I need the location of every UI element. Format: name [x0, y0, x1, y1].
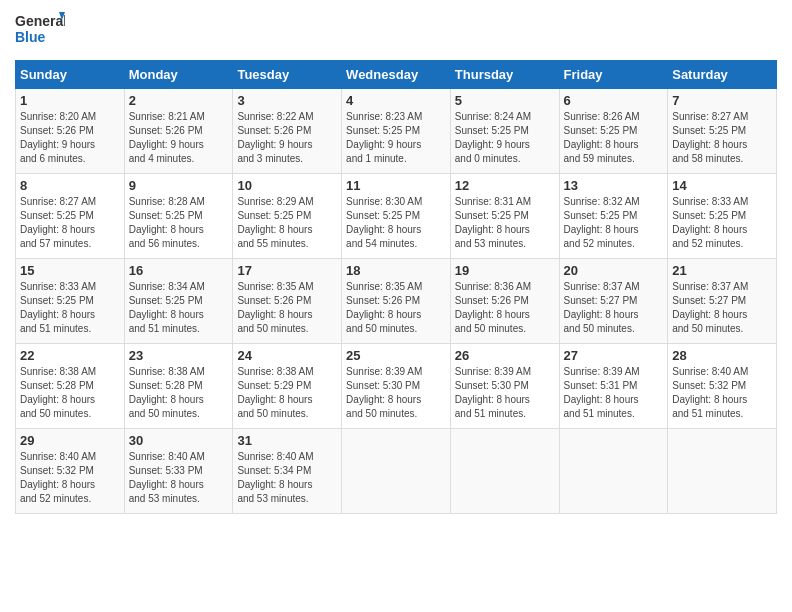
day-info: Sunrise: 8:35 AM Sunset: 5:26 PM Dayligh…: [346, 280, 446, 336]
calendar-cell: 13Sunrise: 8:32 AM Sunset: 5:25 PM Dayli…: [559, 174, 668, 259]
weekday-header-monday: Monday: [124, 61, 233, 89]
day-info: Sunrise: 8:24 AM Sunset: 5:25 PM Dayligh…: [455, 110, 555, 166]
calendar-cell: 23Sunrise: 8:38 AM Sunset: 5:28 PM Dayli…: [124, 344, 233, 429]
day-number: 19: [455, 263, 555, 278]
day-number: 7: [672, 93, 772, 108]
calendar-cell: 20Sunrise: 8:37 AM Sunset: 5:27 PM Dayli…: [559, 259, 668, 344]
day-number: 15: [20, 263, 120, 278]
day-info: Sunrise: 8:39 AM Sunset: 5:30 PM Dayligh…: [455, 365, 555, 421]
calendar-cell: 7Sunrise: 8:27 AM Sunset: 5:25 PM Daylig…: [668, 89, 777, 174]
week-row-4: 22Sunrise: 8:38 AM Sunset: 5:28 PM Dayli…: [16, 344, 777, 429]
day-number: 26: [455, 348, 555, 363]
svg-text:Blue: Blue: [15, 29, 46, 45]
day-number: 2: [129, 93, 229, 108]
day-info: Sunrise: 8:31 AM Sunset: 5:25 PM Dayligh…: [455, 195, 555, 251]
weekday-header-friday: Friday: [559, 61, 668, 89]
day-info: Sunrise: 8:33 AM Sunset: 5:25 PM Dayligh…: [672, 195, 772, 251]
day-number: 25: [346, 348, 446, 363]
day-info: Sunrise: 8:35 AM Sunset: 5:26 PM Dayligh…: [237, 280, 337, 336]
logo-svg: General Blue: [15, 10, 65, 52]
calendar-cell: 6Sunrise: 8:26 AM Sunset: 5:25 PM Daylig…: [559, 89, 668, 174]
day-info: Sunrise: 8:37 AM Sunset: 5:27 PM Dayligh…: [672, 280, 772, 336]
day-info: Sunrise: 8:38 AM Sunset: 5:29 PM Dayligh…: [237, 365, 337, 421]
calendar-cell: 11Sunrise: 8:30 AM Sunset: 5:25 PM Dayli…: [342, 174, 451, 259]
day-info: Sunrise: 8:30 AM Sunset: 5:25 PM Dayligh…: [346, 195, 446, 251]
day-info: Sunrise: 8:39 AM Sunset: 5:31 PM Dayligh…: [564, 365, 664, 421]
day-info: Sunrise: 8:20 AM Sunset: 5:26 PM Dayligh…: [20, 110, 120, 166]
day-info: Sunrise: 8:32 AM Sunset: 5:25 PM Dayligh…: [564, 195, 664, 251]
calendar-cell: 16Sunrise: 8:34 AM Sunset: 5:25 PM Dayli…: [124, 259, 233, 344]
day-info: Sunrise: 8:40 AM Sunset: 5:32 PM Dayligh…: [672, 365, 772, 421]
calendar-cell: 17Sunrise: 8:35 AM Sunset: 5:26 PM Dayli…: [233, 259, 342, 344]
day-number: 11: [346, 178, 446, 193]
day-number: 14: [672, 178, 772, 193]
day-info: Sunrise: 8:23 AM Sunset: 5:25 PM Dayligh…: [346, 110, 446, 166]
day-number: 10: [237, 178, 337, 193]
day-number: 20: [564, 263, 664, 278]
calendar-cell: 14Sunrise: 8:33 AM Sunset: 5:25 PM Dayli…: [668, 174, 777, 259]
day-number: 3: [237, 93, 337, 108]
day-info: Sunrise: 8:27 AM Sunset: 5:25 PM Dayligh…: [20, 195, 120, 251]
day-info: Sunrise: 8:38 AM Sunset: 5:28 PM Dayligh…: [129, 365, 229, 421]
calendar-cell: 8Sunrise: 8:27 AM Sunset: 5:25 PM Daylig…: [16, 174, 125, 259]
day-info: Sunrise: 8:40 AM Sunset: 5:32 PM Dayligh…: [20, 450, 120, 506]
day-info: Sunrise: 8:40 AM Sunset: 5:33 PM Dayligh…: [129, 450, 229, 506]
day-number: 1: [20, 93, 120, 108]
week-row-3: 15Sunrise: 8:33 AM Sunset: 5:25 PM Dayli…: [16, 259, 777, 344]
calendar-cell: 24Sunrise: 8:38 AM Sunset: 5:29 PM Dayli…: [233, 344, 342, 429]
svg-text:General: General: [15, 13, 65, 29]
calendar-cell: 10Sunrise: 8:29 AM Sunset: 5:25 PM Dayli…: [233, 174, 342, 259]
calendar-cell: 2Sunrise: 8:21 AM Sunset: 5:26 PM Daylig…: [124, 89, 233, 174]
weekday-header-wednesday: Wednesday: [342, 61, 451, 89]
day-number: 16: [129, 263, 229, 278]
calendar-cell: 9Sunrise: 8:28 AM Sunset: 5:25 PM Daylig…: [124, 174, 233, 259]
calendar-cell: 3Sunrise: 8:22 AM Sunset: 5:26 PM Daylig…: [233, 89, 342, 174]
calendar-cell: [450, 429, 559, 514]
day-number: 24: [237, 348, 337, 363]
day-number: 27: [564, 348, 664, 363]
day-number: 23: [129, 348, 229, 363]
calendar-cell: 30Sunrise: 8:40 AM Sunset: 5:33 PM Dayli…: [124, 429, 233, 514]
calendar-cell: 5Sunrise: 8:24 AM Sunset: 5:25 PM Daylig…: [450, 89, 559, 174]
day-info: Sunrise: 8:22 AM Sunset: 5:26 PM Dayligh…: [237, 110, 337, 166]
weekday-header-row: SundayMondayTuesdayWednesdayThursdayFrid…: [16, 61, 777, 89]
calendar-cell: 21Sunrise: 8:37 AM Sunset: 5:27 PM Dayli…: [668, 259, 777, 344]
calendar-cell: 4Sunrise: 8:23 AM Sunset: 5:25 PM Daylig…: [342, 89, 451, 174]
page-header: General Blue: [15, 10, 777, 52]
day-number: 12: [455, 178, 555, 193]
day-info: Sunrise: 8:28 AM Sunset: 5:25 PM Dayligh…: [129, 195, 229, 251]
day-info: Sunrise: 8:27 AM Sunset: 5:25 PM Dayligh…: [672, 110, 772, 166]
day-info: Sunrise: 8:37 AM Sunset: 5:27 PM Dayligh…: [564, 280, 664, 336]
day-number: 22: [20, 348, 120, 363]
weekday-header-tuesday: Tuesday: [233, 61, 342, 89]
weekday-header-saturday: Saturday: [668, 61, 777, 89]
day-number: 21: [672, 263, 772, 278]
day-number: 9: [129, 178, 229, 193]
week-row-1: 1Sunrise: 8:20 AM Sunset: 5:26 PM Daylig…: [16, 89, 777, 174]
logo: General Blue: [15, 10, 65, 52]
day-info: Sunrise: 8:40 AM Sunset: 5:34 PM Dayligh…: [237, 450, 337, 506]
weekday-header-sunday: Sunday: [16, 61, 125, 89]
calendar-cell: 28Sunrise: 8:40 AM Sunset: 5:32 PM Dayli…: [668, 344, 777, 429]
calendar-cell: 31Sunrise: 8:40 AM Sunset: 5:34 PM Dayli…: [233, 429, 342, 514]
week-row-2: 8Sunrise: 8:27 AM Sunset: 5:25 PM Daylig…: [16, 174, 777, 259]
calendar-cell: 26Sunrise: 8:39 AM Sunset: 5:30 PM Dayli…: [450, 344, 559, 429]
day-info: Sunrise: 8:33 AM Sunset: 5:25 PM Dayligh…: [20, 280, 120, 336]
day-number: 31: [237, 433, 337, 448]
day-info: Sunrise: 8:21 AM Sunset: 5:26 PM Dayligh…: [129, 110, 229, 166]
day-number: 30: [129, 433, 229, 448]
day-info: Sunrise: 8:38 AM Sunset: 5:28 PM Dayligh…: [20, 365, 120, 421]
calendar-cell: 19Sunrise: 8:36 AM Sunset: 5:26 PM Dayli…: [450, 259, 559, 344]
calendar-cell: 18Sunrise: 8:35 AM Sunset: 5:26 PM Dayli…: [342, 259, 451, 344]
day-number: 13: [564, 178, 664, 193]
day-number: 5: [455, 93, 555, 108]
day-info: Sunrise: 8:34 AM Sunset: 5:25 PM Dayligh…: [129, 280, 229, 336]
day-number: 4: [346, 93, 446, 108]
calendar-cell: [342, 429, 451, 514]
calendar-cell: 12Sunrise: 8:31 AM Sunset: 5:25 PM Dayli…: [450, 174, 559, 259]
calendar-cell: 27Sunrise: 8:39 AM Sunset: 5:31 PM Dayli…: [559, 344, 668, 429]
calendar-cell: 1Sunrise: 8:20 AM Sunset: 5:26 PM Daylig…: [16, 89, 125, 174]
day-info: Sunrise: 8:36 AM Sunset: 5:26 PM Dayligh…: [455, 280, 555, 336]
day-info: Sunrise: 8:26 AM Sunset: 5:25 PM Dayligh…: [564, 110, 664, 166]
calendar-cell: [559, 429, 668, 514]
